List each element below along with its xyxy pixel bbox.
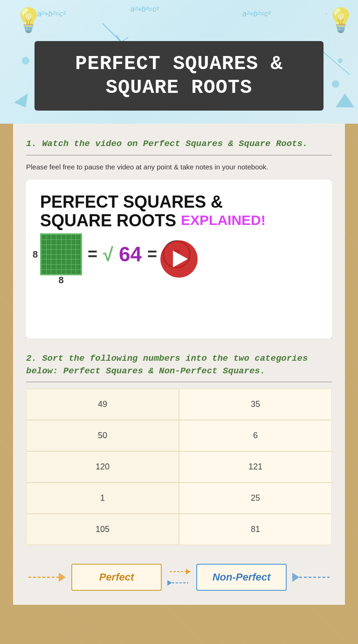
section-1: 1. Watch the video on Perfect Squares & … bbox=[26, 138, 332, 338]
table-row: 1 25 bbox=[26, 483, 332, 514]
number-left-0[interactable]: 49 bbox=[26, 389, 179, 420]
video-title-line1: PERFECT SQUARES & bbox=[40, 193, 223, 211]
number-left-2[interactable]: 120 bbox=[26, 451, 179, 483]
middle-arrows bbox=[167, 567, 191, 588]
video-row2: SQUARE ROOTS EXPLAINED! bbox=[40, 211, 318, 230]
number-right-1[interactable]: 6 bbox=[179, 420, 332, 451]
table-row: 49 35 bbox=[26, 389, 332, 420]
video-title-line2: SQUARE ROOTS bbox=[40, 211, 176, 230]
right-arrow-decoration bbox=[292, 566, 332, 589]
svg-marker-13 bbox=[336, 93, 354, 107]
video-thumbnail[interactable]: PERFECT SQUARES & SQUARE ROOTS EXPLAINED… bbox=[26, 180, 332, 338]
svg-text:a²+b²=c²: a²+b²=c² bbox=[242, 10, 271, 18]
categories-row: Perfect Non-Perfect bbox=[26, 559, 332, 595]
number-left-1[interactable]: 50 bbox=[26, 420, 179, 451]
table-row: 50 6 bbox=[26, 420, 332, 451]
equals-sign-2: = bbox=[147, 245, 157, 264]
equals-sign-1: = bbox=[88, 245, 97, 264]
number-right-2[interactable]: 121 bbox=[179, 451, 332, 483]
section1-description: Please feel free to pause the video at a… bbox=[26, 162, 332, 173]
svg-marker-19 bbox=[167, 580, 172, 586]
number-left-3[interactable]: 1 bbox=[26, 483, 179, 514]
svg-text:💡: 💡 bbox=[14, 6, 43, 34]
video-explained: EXPLAINED! bbox=[181, 212, 266, 228]
section2-heading: 2. Sort the following numbers into the t… bbox=[26, 352, 332, 382]
svg-point-9 bbox=[22, 57, 29, 64]
svg-text:💡: 💡 bbox=[326, 6, 356, 34]
play-icon bbox=[173, 251, 188, 267]
svg-marker-15 bbox=[59, 573, 66, 582]
svg-text:a²+b²=c²: a²+b²=c² bbox=[37, 10, 66, 18]
numbers-table: 49 35 50 6 120 121 1 25 105 81 bbox=[26, 389, 332, 545]
svg-line-4 bbox=[103, 23, 121, 42]
left-arrow-decoration bbox=[26, 566, 66, 589]
number-64: 64 bbox=[119, 243, 142, 266]
number-right-4[interactable]: 81 bbox=[179, 514, 332, 545]
grid-visualization: // Render grid cells document.currentScr… bbox=[40, 233, 82, 275]
svg-point-11 bbox=[338, 58, 343, 63]
svg-text:a²+b²=c²: a²+b²=c² bbox=[131, 5, 159, 13]
perfect-category-button[interactable]: Perfect bbox=[71, 564, 162, 591]
page-title: Perfect Squares & Square Roots bbox=[53, 52, 305, 99]
table-row: 120 121 bbox=[26, 451, 332, 483]
title-box: Perfect Squares & Square Roots bbox=[34, 41, 324, 111]
table-row: 105 81 bbox=[26, 514, 332, 545]
play-button[interactable] bbox=[160, 240, 198, 278]
number-right-0[interactable]: 35 bbox=[179, 389, 332, 420]
svg-marker-12 bbox=[14, 93, 28, 107]
main-content: 1. Watch the video on Perfect Squares & … bbox=[13, 124, 345, 554]
svg-marker-17 bbox=[186, 569, 191, 574]
svg-point-10 bbox=[332, 80, 339, 88]
non-perfect-category-button[interactable]: Non-Perfect bbox=[196, 564, 287, 591]
number-left-4[interactable]: 105 bbox=[26, 514, 179, 545]
bottom-categories: Perfect Non-Perfect bbox=[13, 554, 345, 605]
svg-marker-21 bbox=[292, 573, 299, 582]
section-2: 2. Sort the following numbers into the t… bbox=[26, 352, 332, 545]
number-right-3[interactable]: 25 bbox=[179, 483, 332, 514]
sqrt-symbol: √ bbox=[103, 244, 113, 265]
section1-heading: 1. Watch the video on Perfect Squares & … bbox=[26, 138, 332, 155]
top-background: 💡 a²+b²=c² a²+b²=c² a²+b²=c² 💡 Perfe bbox=[0, 0, 358, 124]
